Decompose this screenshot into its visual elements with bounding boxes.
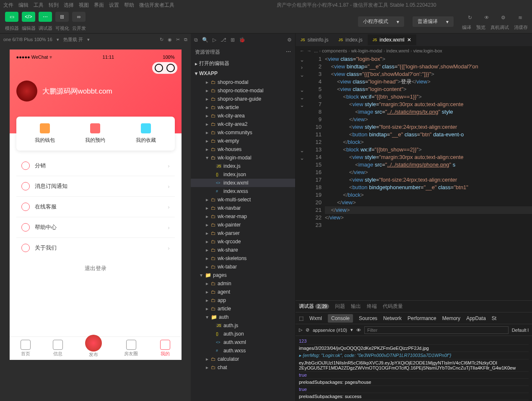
console-play-icon[interactable]: ▷	[299, 327, 302, 333]
logout-button[interactable]: 退出登录	[10, 258, 182, 279]
breadcrumb[interactable]: ← → ... › components › wk-login-modal › …	[296, 46, 532, 55]
file-index.json[interactable]: {}index.json	[191, 170, 295, 179]
forward-icon[interactable]: →	[307, 48, 311, 53]
device-select[interactable]: one 6/7/8 Plus 100% 16	[3, 37, 52, 42]
debug-run-icon[interactable]: ▷	[213, 37, 216, 43]
card-1[interactable]: 我的预约	[85, 123, 105, 144]
file-index.wxml[interactable]: <>index.wxml	[191, 179, 295, 187]
cut-icon[interactable]: ✂	[176, 37, 180, 42]
avatar[interactable]	[16, 81, 37, 102]
search-icon[interactable]: 🔍	[202, 37, 208, 43]
card-0[interactable]: 我的钱包	[35, 123, 55, 144]
list-item-2[interactable]: 在线客服›	[16, 197, 175, 217]
console-clear-icon[interactable]: ⊘	[306, 327, 309, 333]
folder-calculator[interactable]: ▸🗀calculator	[191, 355, 295, 363]
subtab-Performance[interactable]: Performance	[407, 315, 436, 321]
branch-icon[interactable]: ⎇	[221, 37, 226, 43]
simulator-toggle[interactable]: ▭	[5, 12, 18, 22]
folder-shopro-modal[interactable]: ▸🗀shopro-modal	[191, 78, 295, 86]
tab-3[interactable]: 房友圈	[124, 340, 138, 357]
mode-select[interactable]: 小程序模式▾	[358, 16, 404, 27]
code-editor[interactable]: <view class="login-box"> <view bindtap="…	[325, 55, 532, 300]
project-root[interactable]: ▾WXAPP	[191, 69, 295, 78]
subtab-Memory[interactable]: Memory	[442, 315, 460, 321]
file-auth.wxml[interactable]: <>auth.wxml	[191, 338, 295, 346]
folder-wk-painter[interactable]: ▸🗀wk-painter	[191, 221, 295, 229]
capsule-button[interactable]: ⋯ ◎	[152, 62, 177, 74]
folder-wk-skeletons[interactable]: ▸🗀wk-skeletons	[191, 254, 295, 263]
file-index.js[interactable]: JSindex.js	[191, 162, 295, 170]
folder-wk-empty[interactable]: ▸🗀wk-empty	[191, 137, 295, 145]
close-circle-icon[interactable]: ◎	[166, 64, 175, 72]
inspect-icon[interactable]: ⬚	[299, 315, 304, 321]
open-editors-section[interactable]: ▸打开的编辑器	[191, 58, 295, 69]
folder-wk-houses[interactable]: ▸🗀wk-houses	[191, 145, 295, 154]
level-select[interactable]: Default l	[512, 328, 529, 333]
folder-app[interactable]: ▸🗀app	[191, 296, 295, 305]
settings-icon[interactable]: ⚙	[287, 37, 292, 43]
debug-tab-代码质量[interactable]: 代码质量	[383, 303, 403, 310]
compile-select[interactable]: 普通编译▾	[413, 16, 454, 27]
list-item-4[interactable]: 关于我们›	[16, 238, 175, 258]
tab-index.wxml[interactable]: JSindex.wxml ✕	[368, 34, 416, 45]
filter-input[interactable]	[364, 326, 509, 334]
tab-1[interactable]: 信息	[53, 340, 63, 357]
folder-chat[interactable]: ▸🗀chat	[191, 363, 295, 372]
tab-publish[interactable]: 发布	[85, 339, 102, 358]
folder-article[interactable]: ▸🗀article	[191, 305, 295, 313]
card-2[interactable]: 我的收藏	[136, 123, 156, 144]
folder-wk-login-modal[interactable]: ▾🗀wk-login-modal	[191, 154, 295, 162]
folder-wk-communitys[interactable]: ▸🗀wk-communitys	[191, 128, 295, 137]
folder-wk-tabar[interactable]: ▸🗀wk-tabar	[191, 263, 295, 271]
extensions-icon[interactable]: ⊞	[231, 37, 235, 43]
menu-微信开发者工具[interactable]: 微信开发者工具	[139, 2, 174, 8]
tab-siteinfo.js[interactable]: JSsiteinfo.js	[296, 34, 334, 45]
remote-debug-button[interactable]: ⚙	[497, 13, 510, 23]
subtab-Console[interactable]: Console	[328, 314, 353, 323]
subtab-Sources[interactable]: Sources	[359, 315, 377, 321]
clear-cache-button[interactable]: ≋	[514, 13, 527, 23]
menu-编辑[interactable]: 编辑	[18, 2, 29, 8]
folder-admin[interactable]: ▸🗀admin	[191, 279, 295, 288]
file-auth.json[interactable]: {}auth.json	[191, 330, 295, 338]
preview-button[interactable]: 👁	[480, 13, 493, 23]
refresh-icon[interactable]: ↻	[160, 37, 163, 42]
tab-index.js[interactable]: JSindex.js	[334, 34, 368, 45]
close-tab-icon[interactable]: ✕	[407, 37, 411, 43]
menu-界面[interactable]: 界面	[94, 2, 104, 8]
compile-button[interactable]: ↻	[463, 13, 477, 23]
hot-reload-toggle[interactable]: 热重载 开	[63, 36, 83, 43]
debug-tab-问题[interactable]: 问题	[335, 303, 345, 310]
list-item-1[interactable]: 消息订阅通知›	[16, 176, 175, 197]
menu-帮助[interactable]: 帮助	[124, 2, 134, 8]
folder-shopro-notice-modal[interactable]: ▸🗀shopro-notice-modal	[191, 86, 295, 95]
folder-wk-city-area[interactable]: ▸🗀wk-city-area	[191, 112, 295, 120]
list-item-3[interactable]: 帮助中心›	[16, 217, 175, 238]
popout-icon[interactable]: ⧉	[184, 37, 187, 42]
folder-wk-share[interactable]: ▸🗀wk-share	[191, 246, 295, 254]
menu-文件[interactable]: 文件	[3, 2, 13, 8]
folder-wk-navbar[interactable]: ▸🗀wk-navbar	[191, 204, 295, 212]
subtab-Network[interactable]: Network	[383, 315, 402, 321]
file-auth.js[interactable]: JSauth.js	[191, 321, 295, 330]
folder-wk-city-area2[interactable]: ▸🗀wk-city-area2	[191, 120, 295, 128]
list-item-0[interactable]: 分销›	[16, 156, 175, 176]
folder-wk-article[interactable]: ▸🗀wk-article	[191, 103, 295, 112]
file-auth.wxss[interactable]: #auth.wxss	[191, 346, 295, 355]
folder-wk-multi-select[interactable]: ▸🗀wk-multi-select	[191, 195, 295, 204]
folder-wk-qrcode[interactable]: ▸🗀wk-qrcode	[191, 237, 295, 246]
explorer-icon[interactable]: ⧉	[194, 37, 198, 43]
visual-toggle[interactable]: ⊞	[55, 12, 69, 22]
debug-tab-输出[interactable]: 输出	[351, 303, 361, 310]
bug-icon[interactable]: 🐞	[239, 37, 245, 43]
folder-pages[interactable]: ▾📁pages	[191, 271, 295, 279]
menu-dots-icon[interactable]: ⋯	[155, 64, 163, 72]
context-select[interactable]: appservice (#10)	[313, 328, 347, 333]
subtab-St[interactable]: St	[492, 315, 496, 321]
tab-4[interactable]: 我的	[160, 340, 170, 357]
cloud-toggle[interactable]: ∞	[72, 12, 86, 22]
back-icon[interactable]: ←	[300, 48, 304, 53]
folder-wk-near-map[interactable]: ▸🗀wk-near-map	[191, 212, 295, 221]
debugger-toggle[interactable]: ⋯	[39, 12, 52, 22]
debug-tab-终端[interactable]: 终端	[367, 303, 377, 310]
